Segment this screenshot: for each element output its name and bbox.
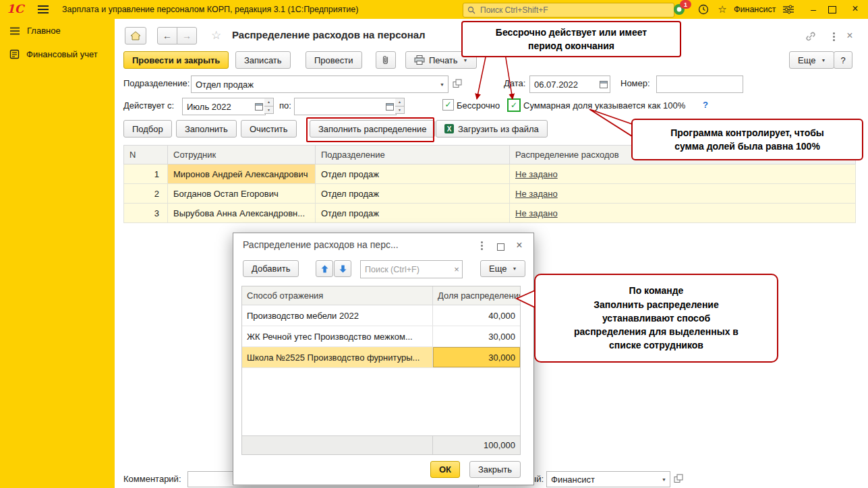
close-form-icon[interactable]: × bbox=[843, 29, 857, 42]
fill-distribution-button[interactable]: Заполнить распределение bbox=[310, 120, 435, 138]
valid-from-stepper[interactable]: ▲▼ bbox=[264, 98, 274, 114]
annotation-pointer bbox=[589, 109, 632, 136]
add-button[interactable]: Добавить bbox=[243, 260, 299, 277]
favorite-star-icon[interactable]: ☆ bbox=[211, 28, 221, 42]
table-row[interactable]: 2 Богданов Остап Егорович Отдел продаж Н… bbox=[124, 184, 856, 204]
dialog-maximize-icon[interactable] bbox=[494, 240, 507, 253]
global-search-input[interactable] bbox=[479, 5, 670, 16]
post-and-close-button[interactable]: Провести и закрыть bbox=[123, 51, 229, 69]
minimize-button[interactable]: – bbox=[807, 3, 820, 16]
perpetual-checkbox-label[interactable]: Бессрочно bbox=[457, 100, 500, 111]
more-button[interactable]: Еще▼ bbox=[789, 51, 834, 69]
dialog-close-icon[interactable]: × bbox=[513, 239, 526, 252]
cell-employee: Миронов Андрей Александрович bbox=[168, 164, 316, 184]
distribution-link[interactable]: Не задано bbox=[515, 169, 558, 179]
move-up-button[interactable] bbox=[316, 260, 333, 277]
chevron-down-icon: ▼ bbox=[821, 58, 826, 63]
help-button[interactable]: ? bbox=[834, 51, 852, 69]
distribution-link[interactable]: Не задано bbox=[515, 189, 558, 199]
post-button[interactable]: Провести bbox=[306, 51, 362, 69]
col-header-employee[interactable]: Сотрудник bbox=[168, 146, 316, 164]
list-item-selected[interactable]: Школа №2525 Производство фурнитуры... 30… bbox=[242, 347, 520, 368]
table-total-row: 100,000 bbox=[242, 435, 520, 454]
col-header-n[interactable]: N bbox=[124, 146, 168, 164]
favorites-icon[interactable]: ☆ bbox=[716, 3, 728, 16]
open-list-icon[interactable] bbox=[451, 76, 464, 91]
list-item[interactable]: ЖК Речной утес Производство межком... 30… bbox=[242, 326, 520, 347]
back-button[interactable]: ← bbox=[157, 27, 177, 44]
forward-button[interactable]: → bbox=[177, 27, 197, 44]
cell-distribution: Не задано bbox=[510, 184, 856, 204]
valid-to-stepper[interactable]: ▲▼ bbox=[395, 98, 405, 114]
sidebar-item-finance[interactable]: Финансовый учет bbox=[0, 42, 115, 66]
close-window-button[interactable]: × bbox=[848, 2, 862, 16]
table-row[interactable]: 3 Вырубова Анна Александровн... Отдел пр… bbox=[124, 204, 856, 223]
number-field[interactable] bbox=[656, 75, 743, 93]
global-search-field[interactable] bbox=[463, 3, 674, 18]
col-header-department[interactable]: Подразделение bbox=[316, 146, 510, 164]
cell-share: 30,000 bbox=[433, 326, 520, 346]
date-label: Дата: bbox=[504, 78, 525, 88]
dialog-menu-icon[interactable] bbox=[475, 239, 488, 252]
distribution-link[interactable]: Не задано bbox=[515, 208, 558, 218]
chevron-down-icon[interactable]: ▼ bbox=[436, 76, 448, 92]
total-share-checkbox[interactable]: ✓ bbox=[507, 98, 521, 112]
move-down-button[interactable] bbox=[334, 260, 351, 277]
distribution-methods-table: Способ отражения Доля распределения Прои… bbox=[241, 286, 521, 455]
dialog-search-input[interactable] bbox=[361, 265, 451, 274]
save-button[interactable]: Записать bbox=[235, 51, 291, 69]
step-up-icon[interactable]: ▲ bbox=[395, 98, 405, 106]
chevron-down-icon[interactable]: ▼ bbox=[658, 472, 670, 487]
table-row[interactable]: 1 Миронов Андрей Александрович Отдел про… bbox=[124, 164, 856, 184]
home-button[interactable] bbox=[125, 27, 146, 44]
step-down-icon[interactable]: ▼ bbox=[395, 106, 405, 115]
ok-button[interactable]: ОК bbox=[430, 461, 460, 478]
department-combo[interactable]: Отдел продаж ▼ bbox=[191, 75, 449, 93]
calendar-icon[interactable] bbox=[384, 102, 396, 111]
discussions-icon[interactable]: 1 bbox=[673, 3, 685, 16]
history-icon[interactable] bbox=[697, 3, 710, 16]
clear-button[interactable]: Очистить bbox=[241, 120, 297, 138]
open-list-icon[interactable] bbox=[672, 471, 685, 486]
date-field[interactable]: 06.07.2022 bbox=[529, 75, 610, 93]
col-header-share[interactable]: Доля распределения bbox=[433, 286, 520, 305]
responsible-combo[interactable]: Финансист ▼ bbox=[546, 471, 670, 487]
document-title: Распределение расходов на персонал bbox=[232, 29, 426, 40]
valid-from-field[interactable]: Июль 2022 bbox=[182, 98, 266, 115]
calendar-icon[interactable] bbox=[598, 80, 610, 88]
sidebar-item-main[interactable]: Главное bbox=[0, 19, 115, 42]
tune-icon[interactable] bbox=[782, 3, 794, 16]
pick-button[interactable]: Подбор bbox=[123, 120, 172, 138]
cell-n: 3 bbox=[124, 204, 168, 223]
fill-button[interactable]: Заполнить bbox=[176, 120, 237, 138]
current-user[interactable]: Финансист bbox=[734, 5, 776, 14]
step-down-icon[interactable]: ▼ bbox=[264, 106, 274, 115]
chevron-down-icon: ▼ bbox=[463, 58, 468, 63]
link-icon[interactable] bbox=[804, 30, 817, 43]
calendar-icon[interactable] bbox=[253, 102, 265, 111]
list-item[interactable]: Производство мебели 2022 40,000 bbox=[242, 305, 520, 326]
clear-search-icon[interactable]: × bbox=[451, 264, 462, 274]
perpetual-checkbox[interactable]: ✓ bbox=[442, 99, 454, 111]
dialog-more-button[interactable]: Еще▼ bbox=[480, 260, 525, 277]
step-up-icon[interactable]: ▲ bbox=[264, 98, 274, 106]
dialog-close-button[interactable]: Закрыть bbox=[469, 461, 521, 478]
cell-distribution: Не задано bbox=[510, 164, 856, 184]
search-icon bbox=[467, 6, 475, 14]
main-menu-icon[interactable] bbox=[38, 5, 49, 13]
total-share-checkbox-label[interactable]: Суммарная доля указывается как 100% bbox=[523, 100, 685, 111]
load-from-file-button[interactable]: X Загрузить из файла bbox=[436, 120, 548, 138]
sidebar-item-label: Главное bbox=[27, 26, 61, 36]
callout-control: Программа контролирует, чтобы сумма доле… bbox=[631, 119, 863, 160]
form-menu-icon[interactable] bbox=[827, 30, 840, 43]
valid-from-label: Действует с: bbox=[123, 100, 174, 111]
maximize-button[interactable] bbox=[828, 6, 836, 13]
cell-share: 30,000 bbox=[433, 347, 520, 367]
col-header-method[interactable]: Способ отражения bbox=[242, 286, 433, 305]
help-link[interactable]: ? bbox=[703, 100, 708, 110]
dialog-title: Распределение расходов на перс... bbox=[243, 239, 399, 250]
valid-to-field[interactable] bbox=[294, 98, 397, 115]
attachments-button[interactable] bbox=[376, 51, 396, 69]
number-input[interactable] bbox=[657, 80, 784, 90]
dialog-search-field[interactable]: × bbox=[360, 260, 463, 278]
